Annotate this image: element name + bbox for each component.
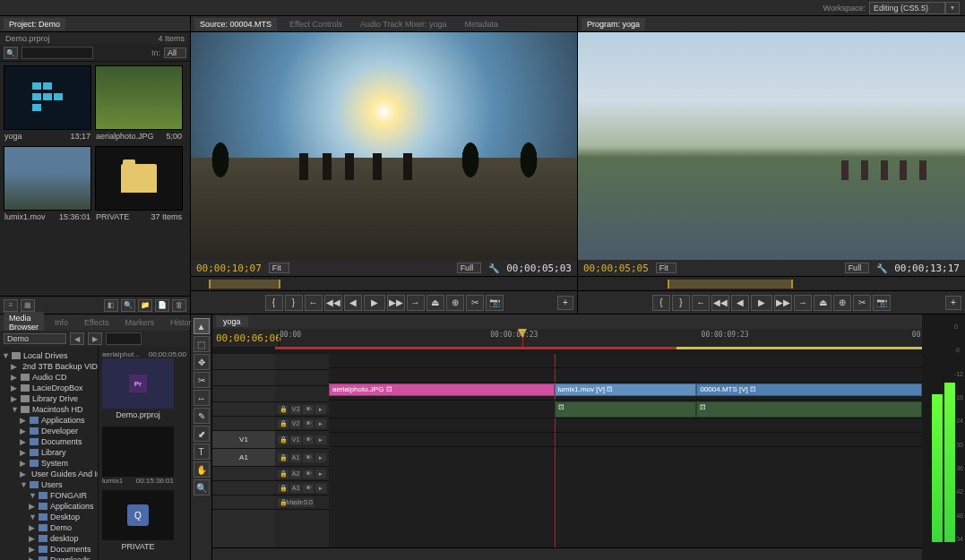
source-res-dropdown[interactable]: Full <box>457 263 482 273</box>
transport-btn-1[interactable]: } <box>672 295 690 311</box>
list-view-button[interactable]: ≡ <box>4 299 18 312</box>
tree-row[interactable]: ▶LacieDropBox <box>2 383 96 393</box>
auto-match-button[interactable]: ◧ <box>104 299 118 312</box>
timeline-tc[interactable]: 00;00;06;06 <box>216 332 279 344</box>
transport-btn-6[interactable]: ▶▶ <box>774 295 792 311</box>
track-lane-A2[interactable] <box>329 418 922 433</box>
transport-btn-0[interactable]: { <box>265 295 283 311</box>
transport-btn-9[interactable]: ⊕ <box>833 295 851 311</box>
timeline-scrollbar[interactable] <box>212 547 922 560</box>
track-header-A3[interactable]: 🔒A3👁▸ <box>275 481 329 495</box>
filter-in-dropdown[interactable]: All <box>164 47 186 58</box>
transport-btn-5[interactable]: ▶ <box>364 295 385 311</box>
bin-item-private[interactable]: PRIVATE37 Items <box>95 146 183 223</box>
program-monitor-view[interactable] <box>578 32 965 260</box>
transport-btn-10[interactable]: ✂ <box>853 295 871 311</box>
tree-row[interactable]: ▶Documents <box>2 544 96 555</box>
program-zoom-dropdown[interactable]: Fit <box>656 263 676 273</box>
bin-item-aerial[interactable]: aerialphoto.JPG5;00 <box>95 65 183 142</box>
transport-btn-11[interactable]: 📷 <box>486 295 504 311</box>
track-header-V3[interactable]: 🔒V3👁▸ <box>275 402 329 417</box>
tree-row[interactable]: ▶Documents <box>2 436 96 447</box>
transport-btn-0[interactable]: { <box>652 295 670 311</box>
transport-btn-4[interactable]: ◀ <box>344 295 362 311</box>
bin-item-lumix[interactable]: lumix1.mov15:36:01 <box>4 146 91 223</box>
transport-btn-5[interactable]: ▶ <box>751 295 772 311</box>
transport-btn-2[interactable]: ← <box>305 295 323 311</box>
clip[interactable]: aerialphoto.JPG ⊡ <box>329 383 555 396</box>
program-tc-current[interactable]: 00;00;05;05 <box>583 263 649 274</box>
mb-back-button[interactable]: ◀ <box>70 332 84 345</box>
tree-row[interactable]: ▶Applications <box>2 415 96 426</box>
audio-clip[interactable]: ⊡ <box>696 401 922 418</box>
tree-row[interactable]: ▶User Guides And In <box>2 469 96 479</box>
track-lane-V3[interactable] <box>329 354 922 368</box>
transport-btn-7[interactable]: → <box>794 295 812 311</box>
track-header-A2[interactable]: 🔒A2👁▸ <box>275 467 329 481</box>
tool-2[interactable]: ✥ <box>194 354 210 370</box>
track-lane-A3[interactable] <box>329 433 922 447</box>
tool-6[interactable]: ⬋ <box>194 426 210 442</box>
tool-9[interactable]: 🔍 <box>194 479 210 495</box>
transport-btn-4[interactable]: ◀ <box>731 295 749 311</box>
media-browser-dropdown[interactable]: Demo <box>4 333 66 344</box>
search-icon[interactable]: 🔍 <box>4 47 18 59</box>
transport-btn-1[interactable]: } <box>285 295 303 311</box>
track-header-V2[interactable]: 🔒V2👁▸ <box>275 417 329 431</box>
track-target-A3[interactable] <box>212 481 275 495</box>
clip[interactable]: 00004.MTS [V] ⊡ <box>696 383 922 396</box>
tool-5[interactable]: ✎ <box>194 408 210 424</box>
tree-row[interactable]: ▶Applications <box>2 501 96 512</box>
source-tab[interactable]: Source: 00004.MTS <box>194 18 277 30</box>
tool-8[interactable]: ✋ <box>194 461 210 478</box>
source-zoom-dropdown[interactable]: Fit <box>269 263 289 273</box>
program-add-button[interactable]: + <box>945 296 961 310</box>
track-lane-V2[interactable] <box>329 368 922 383</box>
effect-controls-tab[interactable]: Effect Controls <box>284 18 348 30</box>
track-target-V1[interactable]: V1 <box>212 431 275 449</box>
transport-btn-11[interactable]: 📷 <box>873 295 891 311</box>
tree-row[interactable]: ▶Downloads <box>2 555 96 560</box>
tree-row[interactable]: ▶Demo <box>2 522 96 533</box>
audio-clip[interactable]: ⊡ <box>555 401 697 418</box>
track-lane-A1[interactable]: ⊡⊡ <box>329 401 922 418</box>
tree-row[interactable]: ▶2nd 3TB Backup VIDEO <box>2 361 96 372</box>
transport-btn-2[interactable]: ← <box>692 295 710 311</box>
source-tc-current[interactable]: 00;00;10;07 <box>196 263 262 274</box>
program-ruler[interactable] <box>578 276 965 290</box>
source-add-button[interactable]: + <box>557 296 573 310</box>
new-bin-button[interactable]: 📁 <box>138 299 152 312</box>
program-res-dropdown[interactable]: Full <box>845 263 870 273</box>
transport-btn-8[interactable]: ⏏ <box>814 295 831 311</box>
timeline-ruler[interactable]: 00:0000:00:04:2300:00:09:2300:00:14:23 <box>279 329 918 347</box>
sequence-tab[interactable]: yoga <box>216 316 248 327</box>
clip[interactable]: lumix1.mov [V] ⊡ <box>555 383 697 396</box>
info-tab[interactable]: Info <box>49 316 73 329</box>
bin-item-yoga[interactable]: yoga13;17 <box>4 65 91 142</box>
tool-7[interactable]: T <box>194 444 210 460</box>
effects-tab[interactable]: Effects <box>79 316 114 329</box>
workspace-menu-button[interactable]: ▾ <box>945 2 960 14</box>
tree-row[interactable]: ▶desktop <box>2 533 96 544</box>
program-settings-button[interactable]: 🔧 <box>876 263 887 273</box>
source-monitor-view[interactable] <box>191 32 577 260</box>
track-lane-V1[interactable]: aerialphoto.JPG ⊡lumix1.mov [V] ⊡00004.M… <box>329 383 922 401</box>
tree-row[interactable]: ▼Local Drives <box>2 350 96 361</box>
source-settings-button[interactable]: 🔧 <box>488 263 499 273</box>
mb-search-input[interactable] <box>106 332 142 345</box>
find-button[interactable]: 🔍 <box>121 299 135 312</box>
transport-btn-3[interactable]: ◀◀ <box>711 295 729 311</box>
source-ruler[interactable] <box>191 276 577 290</box>
tool-0[interactable]: ▲ <box>194 318 210 334</box>
tool-1[interactable]: ⬚ <box>194 336 210 352</box>
metadata-tab[interactable]: Metadata <box>459 18 504 30</box>
delete-button[interactable]: 🗑 <box>172 299 186 312</box>
project-tab[interactable]: Project: Demo <box>4 18 65 30</box>
track-target-V2[interactable] <box>212 417 275 431</box>
track-target-V3[interactable] <box>212 402 275 417</box>
icon-view-button[interactable]: ▦ <box>21 299 35 312</box>
tree-row[interactable]: ▼Users <box>2 479 96 490</box>
tree-row[interactable]: ▶Developer <box>2 426 96 436</box>
transport-btn-6[interactable]: ▶▶ <box>387 295 405 311</box>
track-header-A1[interactable]: 🔒A1👁▸ <box>275 449 329 467</box>
